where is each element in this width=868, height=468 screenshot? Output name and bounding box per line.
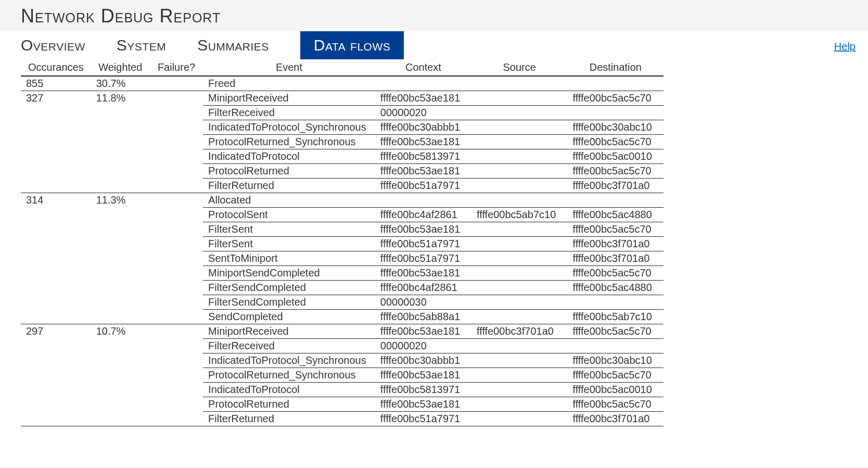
cell-weighted: [91, 281, 150, 295]
cell-destination: ffffe00bc5ac5c70: [567, 91, 663, 106]
cell-destination: [567, 76, 663, 91]
cell-occurances: [21, 397, 91, 412]
cell-weighted: [91, 208, 150, 222]
cell-occurances: [21, 106, 91, 120]
table-row: IndicatedToProtocolffffe00bc5813971ffffe…: [21, 149, 663, 164]
cell-event: FilterReceived: [203, 106, 375, 120]
cell-context: ffffe00bc53ae181: [375, 135, 471, 149]
cell-destination: ffffe00bc5ac5c70: [567, 135, 663, 149]
table-row: 29710.7%MiniportReceivedffffe00bc53ae181…: [21, 324, 663, 339]
cell-failure: [150, 222, 203, 237]
cell-failure: [150, 324, 203, 339]
cell-weighted: [91, 222, 150, 237]
cell-failure: [150, 412, 203, 426]
cell-failure: [150, 310, 203, 324]
cell-failure: [150, 281, 203, 295]
cell-destination: ffffe00bc5ac4880: [567, 208, 663, 222]
cell-event: Allocated: [203, 193, 375, 208]
tab-overview[interactable]: Overview: [21, 31, 101, 59]
col-destination: Destination: [567, 60, 663, 76]
cell-source: [471, 353, 567, 368]
cell-event: SentToMiniport: [203, 251, 375, 266]
cell-event: ProtocolReturned_Synchronous: [203, 135, 375, 149]
cell-destination: ffffe00bc3f701a0: [567, 237, 663, 251]
tab-summaries[interactable]: Summaries: [197, 31, 285, 59]
cell-failure: [150, 266, 203, 281]
cell-event: FilterReturned: [203, 179, 375, 193]
cell-failure: [150, 251, 203, 266]
table-header-row: Occurances Weighted Failure? Event Conte…: [21, 60, 663, 76]
cell-context: ffffe00bc53ae181: [375, 91, 471, 106]
table-row: ProtocolReturnedffffe00bc53ae181ffffe00b…: [21, 164, 663, 179]
col-event: Event: [203, 60, 375, 76]
cell-failure: [150, 383, 203, 397]
cell-source: [471, 193, 567, 208]
col-failure: Failure?: [150, 60, 203, 76]
cell-source: [471, 222, 567, 237]
cell-context: ffffe00bc53ae181: [375, 324, 471, 339]
cell-destination: ffffe00bc5ac5c70: [567, 324, 663, 339]
cell-source: [471, 251, 567, 266]
cell-event: IndicatedToProtocol_Synchronous: [203, 120, 375, 135]
cell-context: ffffe00bc51a7971: [375, 412, 471, 426]
cell-event: MiniportSendCompleted: [203, 266, 375, 281]
cell-failure: [150, 295, 203, 310]
col-context: Context: [375, 60, 471, 76]
cell-destination: [567, 339, 663, 353]
col-source: Source: [471, 60, 567, 76]
cell-occurances: 855: [21, 76, 91, 91]
cell-weighted: [91, 339, 150, 353]
cell-failure: [150, 179, 203, 193]
cell-weighted: [91, 120, 150, 135]
cell-source: [471, 237, 567, 251]
table-row: IndicatedToProtocol_Synchronousffffe00bc…: [21, 120, 663, 135]
cell-event: FilterSendCompleted: [203, 281, 375, 295]
cell-weighted: [91, 164, 150, 179]
cell-weighted: [91, 135, 150, 149]
cell-destination: ffffe00bc5ac5c70: [567, 266, 663, 281]
cell-weighted: [91, 353, 150, 368]
cell-context: ffffe00bc53ae181: [375, 368, 471, 383]
cell-occurances: [21, 164, 91, 179]
cell-occurances: [21, 368, 91, 383]
cell-failure: [150, 149, 203, 164]
cell-weighted: [91, 237, 150, 251]
tab-data-flows[interactable]: Data flows: [300, 31, 404, 59]
cell-source: [471, 179, 567, 193]
cell-occurances: 327: [21, 91, 91, 106]
cell-context: ffffe00bc51a7971: [375, 237, 471, 251]
cell-destination: ffffe00bc3f701a0: [567, 412, 663, 426]
table-row: ProtocolReturned_Synchronousffffe00bc53a…: [21, 135, 663, 149]
cell-context: ffffe00bc4af2861: [375, 208, 471, 222]
table-row: ProtocolReturnedffffe00bc53ae181ffffe00b…: [21, 397, 663, 412]
cell-source: ffffe00bc5ab7c10: [471, 208, 567, 222]
cell-occurances: [21, 339, 91, 353]
cell-failure: [150, 76, 203, 91]
cell-context: ffffe00bc53ae181: [375, 164, 471, 179]
cell-weighted: 10.7%: [91, 324, 150, 339]
cell-failure: [150, 106, 203, 120]
cell-context: ffffe00bc53ae181: [375, 266, 471, 281]
cell-source: [471, 339, 567, 353]
cell-context: [375, 193, 471, 208]
cell-source: [471, 281, 567, 295]
cell-destination: ffffe00bc5ac5c70: [567, 222, 663, 237]
cell-destination: ffffe00bc5ac5c70: [567, 164, 663, 179]
col-weighted: Weighted: [91, 60, 150, 76]
help-link[interactable]: Help: [834, 41, 856, 53]
cell-destination: ffffe00bc5ac4880: [567, 281, 663, 295]
tab-system[interactable]: System: [117, 31, 182, 59]
cell-destination: [567, 295, 663, 310]
cell-context: 00000030: [375, 295, 471, 310]
cell-failure: [150, 91, 203, 106]
cell-event: SendCompleted: [203, 310, 375, 324]
cell-occurances: [21, 208, 91, 222]
cell-destination: ffffe00bc30abc10: [567, 353, 663, 368]
cell-source: [471, 266, 567, 281]
cell-source: [471, 164, 567, 179]
table-row: ProtocolSentffffe00bc4af2861ffffe00bc5ab…: [21, 208, 663, 222]
cell-source: [471, 91, 567, 106]
cell-weighted: [91, 251, 150, 266]
cell-context: ffffe00bc5ab88a1: [375, 310, 471, 324]
cell-occurances: [21, 179, 91, 193]
